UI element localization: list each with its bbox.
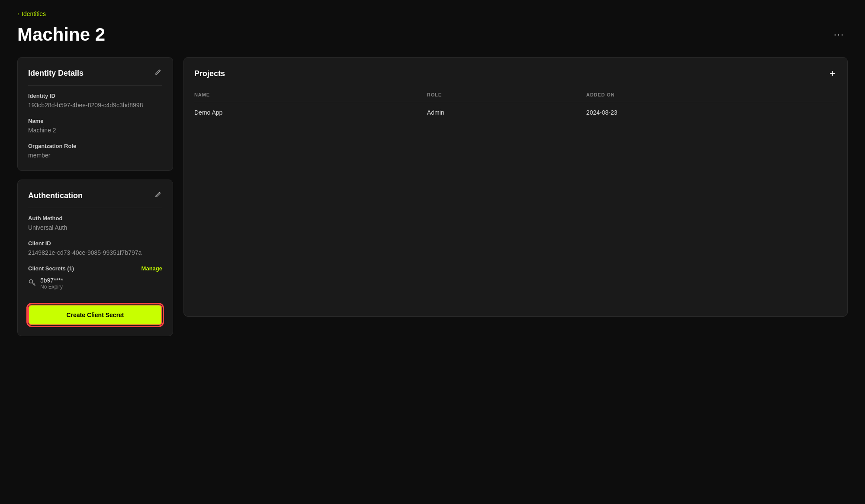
add-project-button[interactable]: + <box>828 68 837 79</box>
projects-table: NAME ROLE ADDED ON Demo App Admin 2024-0… <box>194 88 837 123</box>
manage-secrets-button[interactable]: Manage <box>141 265 162 272</box>
identity-details-card: Identity Details Identity ID 193cb28d-b5… <box>17 57 173 171</box>
authentication-card: Authentication Auth Method Universal Aut… <box>17 180 173 336</box>
client-id-field: Client ID 2149821e-cd73-40ce-9085-99351f… <box>28 240 162 257</box>
secret-expiry: No Expiry <box>40 284 63 290</box>
authentication-card-header: Authentication <box>28 190 162 208</box>
key-icon <box>28 279 36 288</box>
identity-id-value: 193cb28d-b597-4bee-8209-c4d9c3bd8998 <box>28 101 162 110</box>
identity-id-label: Identity ID <box>28 93 162 99</box>
breadcrumb-arrow: ‹ <box>17 11 19 17</box>
project-added-on-cell: 2024-08-23 <box>586 102 837 123</box>
col-header-role: ROLE <box>427 88 586 102</box>
projects-table-head: NAME ROLE ADDED ON <box>194 88 837 102</box>
page-title: Machine 2 <box>17 24 105 45</box>
table-row: Demo App Admin 2024-08-23 <box>194 102 837 123</box>
authentication-edit-button[interactable] <box>154 190 162 201</box>
more-options-button[interactable]: ··· <box>830 27 848 42</box>
client-secrets-label: Client Secrets (1) <box>28 265 74 272</box>
org-role-label: Organization Role <box>28 143 162 149</box>
authentication-title: Authentication <box>28 191 83 200</box>
projects-header: Projects + <box>194 68 837 79</box>
right-column: Projects + NAME ROLE ADDED ON Demo App <box>183 57 848 317</box>
client-secrets-header: Client Secrets (1) Manage <box>28 265 162 272</box>
edit-icon <box>154 69 161 76</box>
content-layout: Identity Details Identity ID 193cb28d-b5… <box>17 57 848 336</box>
project-name-cell: Demo App <box>194 102 427 123</box>
client-id-value: 2149821e-cd73-40ce-9085-99351f7b797a <box>28 248 162 257</box>
create-client-secret-button[interactable]: Create Client Secret <box>28 305 162 325</box>
client-secrets-field: Client Secrets (1) Manage 5b97* <box>28 265 162 290</box>
projects-title: Projects <box>194 69 225 78</box>
project-role-cell: Admin <box>427 102 586 123</box>
auth-method-value: Universal Auth <box>28 223 162 232</box>
client-id-label: Client ID <box>28 240 162 247</box>
auth-method-label: Auth Method <box>28 215 162 222</box>
identity-id-field: Identity ID 193cb28d-b597-4bee-8209-c4d9… <box>28 93 162 110</box>
projects-table-header-row: NAME ROLE ADDED ON <box>194 88 837 102</box>
breadcrumb[interactable]: ‹ Identities <box>17 10 848 17</box>
col-header-name: NAME <box>194 88 427 102</box>
projects-table-body: Demo App Admin 2024-08-23 <box>194 102 837 123</box>
org-role-value: member <box>28 151 162 160</box>
org-role-field: Organization Role member <box>28 143 162 160</box>
name-value: Machine 2 <box>28 126 162 135</box>
col-header-added-on: ADDED ON <box>586 88 837 102</box>
name-field: Name Machine 2 <box>28 118 162 135</box>
identity-details-title: Identity Details <box>28 69 84 78</box>
projects-card: Projects + NAME ROLE ADDED ON Demo App <box>183 57 848 317</box>
page-header: Machine 2 ··· <box>17 24 848 45</box>
identity-details-card-header: Identity Details <box>28 68 162 86</box>
auth-method-field: Auth Method Universal Auth <box>28 215 162 232</box>
secret-info: 5b97**** No Expiry <box>40 277 63 290</box>
auth-edit-icon <box>154 191 161 198</box>
left-column: Identity Details Identity ID 193cb28d-b5… <box>17 57 173 336</box>
name-label: Name <box>28 118 162 124</box>
secret-item: 5b97**** No Expiry <box>28 277 162 290</box>
secret-value: 5b97**** <box>40 277 63 284</box>
breadcrumb-label: Identities <box>22 10 46 17</box>
identity-details-edit-button[interactable] <box>154 68 162 78</box>
